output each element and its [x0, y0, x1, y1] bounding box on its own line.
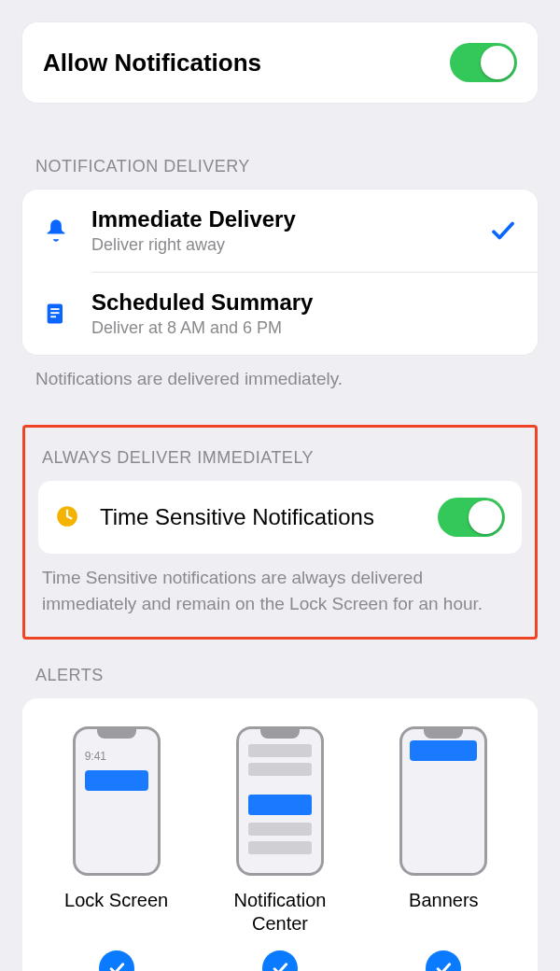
scheduled-summary-title: Scheduled Summary: [91, 289, 517, 317]
alert-notification-center-label: Notification Center: [205, 889, 355, 936]
lock-screen-time: 9:41: [85, 750, 106, 763]
time-sensitive-highlight: ALWAYS DELIVER IMMEDIATELY Time Sensitiv…: [22, 425, 538, 640]
allow-notifications-row[interactable]: Allow Notifications: [22, 22, 538, 103]
bell-icon: [39, 214, 73, 247]
immediate-delivery-title: Immediate Delivery: [91, 206, 470, 233]
time-sensitive-label: Time Sensitive Notifications: [100, 504, 419, 530]
alert-banners-label: Banners: [409, 889, 479, 936]
alert-lock-screen-label: Lock Screen: [64, 889, 168, 936]
banners-preview-icon: [399, 726, 487, 876]
allow-notifications-toggle[interactable]: [450, 43, 517, 82]
scheduled-summary-texts: Scheduled Summary Deliver at 8 AM and 6 …: [91, 289, 517, 338]
delivery-section-header: NOTIFICATION DELIVERY: [22, 157, 538, 190]
alert-banners[interactable]: Banners: [369, 726, 518, 971]
svg-rect-2: [50, 312, 59, 314]
svg-rect-1: [50, 308, 59, 310]
time-sensitive-toggle[interactable]: [438, 498, 505, 537]
immediate-delivery-row[interactable]: Immediate Delivery Deliver right away: [22, 190, 538, 272]
always-section-header: ALWAYS DELIVER IMMEDIATELY: [38, 448, 522, 481]
checkmark-icon: [489, 217, 517, 245]
alert-lock-screen[interactable]: 9:41 Lock Screen: [42, 726, 191, 971]
lock-screen-preview-icon: 9:41: [73, 726, 161, 876]
scheduled-summary-sub: Deliver at 8 AM and 6 PM: [91, 318, 517, 338]
alert-lock-screen-check-icon[interactable]: [99, 950, 134, 971]
allow-notifications-label: Allow Notifications: [43, 49, 261, 77]
notification-center-preview-icon: [236, 726, 324, 876]
immediate-delivery-sub: Deliver right away: [91, 235, 470, 255]
delivery-section-footer: Notifications are delivered immediately.: [22, 355, 538, 392]
always-section-footer: Time Sensitive notifications are always …: [38, 554, 522, 616]
clock-icon: [55, 504, 81, 530]
toggle-knob: [469, 500, 502, 534]
immediate-delivery-texts: Immediate Delivery Deliver right away: [91, 206, 470, 255]
summary-icon: [39, 297, 73, 331]
toggle-knob: [481, 46, 514, 79]
alert-notification-center-check-icon[interactable]: [262, 950, 298, 971]
notifications-settings-page: Allow Notifications NOTIFICATION DELIVER…: [0, 0, 560, 971]
alerts-card: 9:41 Lock Screen Notification Center: [22, 698, 538, 971]
delivery-list: Immediate Delivery Deliver right away: [22, 190, 538, 355]
time-sensitive-row[interactable]: Time Sensitive Notifications: [38, 481, 522, 554]
scheduled-summary-row[interactable]: Scheduled Summary Deliver at 8 AM and 6 …: [22, 273, 538, 355]
alert-banners-check-icon[interactable]: [426, 950, 461, 971]
svg-rect-3: [50, 316, 56, 317]
alert-notification-center[interactable]: Notification Center: [205, 726, 355, 971]
alerts-section-header: ALERTS: [22, 666, 538, 698]
alerts-grid: 9:41 Lock Screen Notification Center: [39, 726, 521, 971]
